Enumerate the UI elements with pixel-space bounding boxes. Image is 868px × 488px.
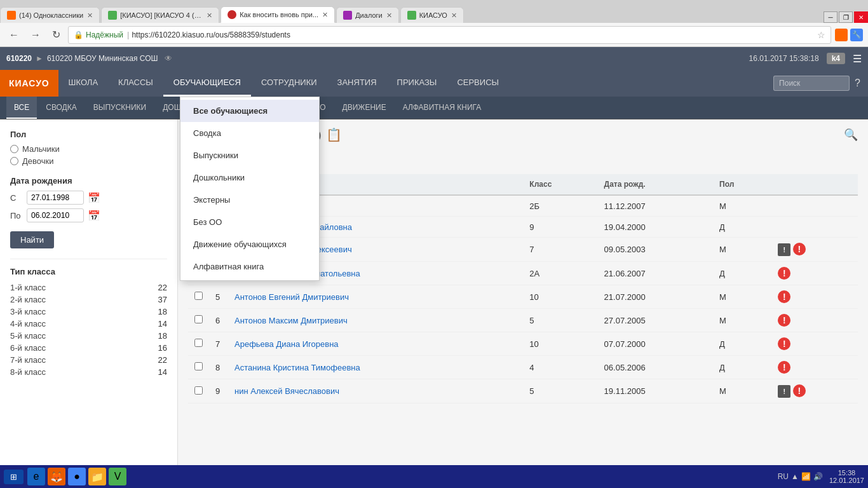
tab-close-5[interactable]: ✕ bbox=[451, 11, 457, 20]
dropdown-item-summary[interactable]: Сводка bbox=[180, 122, 319, 144]
tab-label-2: [КИАСУО] [КИАСУО 4 (c... bbox=[120, 11, 203, 19]
help-icon[interactable]: ? bbox=[855, 78, 860, 89]
row-checkbox[interactable] bbox=[194, 339, 203, 347]
dropdown-item-all[interactable]: Все обучающиеся bbox=[180, 100, 319, 122]
app-icon[interactable]: V bbox=[109, 468, 126, 485]
row-icons: ! bbox=[771, 332, 858, 356]
minimize-button[interactable]: ─ bbox=[824, 11, 837, 23]
ie-icon[interactable]: e bbox=[27, 468, 45, 485]
row-name[interactable]: Антонов Евгений Дмитриевич bbox=[228, 285, 523, 309]
browser-tab-4[interactable]: Диалоги ✕ bbox=[336, 7, 399, 23]
bookmark-icon[interactable]: ☆ bbox=[817, 30, 825, 40]
row-gender: Д bbox=[713, 262, 771, 285]
row-gender: М bbox=[713, 379, 771, 403]
gender-male-radio[interactable] bbox=[10, 145, 18, 153]
nav-item-students[interactable]: ОБУЧАЮЩИЕСЯ bbox=[163, 70, 251, 97]
find-button[interactable]: Найти bbox=[10, 231, 54, 248]
sub-nav-summary[interactable]: СВОДКА bbox=[38, 97, 84, 119]
row-checkbox[interactable] bbox=[194, 362, 203, 370]
col-gender: Пол bbox=[713, 174, 771, 195]
eye-icon[interactable]: 👁 bbox=[165, 54, 172, 63]
nav-item-services[interactable]: СЕРВИСЫ bbox=[447, 70, 509, 97]
tab-close-3[interactable]: ✕ bbox=[322, 11, 328, 19]
hamburger-icon[interactable]: ☰ bbox=[853, 53, 862, 65]
row-name[interactable]: Арефьева Диана Игоревна bbox=[228, 332, 523, 356]
address-bar[interactable]: 🔒 Надёжный | https://610220.kiasuo.ru/ou… bbox=[68, 26, 831, 44]
dropdown-item-graduates[interactable]: Выпускники bbox=[180, 144, 319, 166]
arrow-up-icon: ▲ bbox=[791, 472, 799, 481]
row-icons: ! bbox=[771, 285, 858, 309]
row-checkbox[interactable] bbox=[194, 292, 203, 300]
dropdown-item-external[interactable]: Экстерны bbox=[180, 189, 319, 211]
sub-nav-graduates[interactable]: ВЫПУСКНИКИ bbox=[86, 97, 154, 119]
class-type-5: 5-й класс 18 bbox=[10, 330, 167, 342]
nav-item-orders[interactable]: ПРИКАЗЫ bbox=[387, 70, 447, 97]
table-row: 6 Антонов Максим Дмитриевич 5 27.07.2005… bbox=[188, 309, 858, 332]
folder-icon[interactable]: 📁 bbox=[88, 468, 106, 485]
row-checkbox-cell bbox=[188, 379, 209, 403]
ext-icon-1[interactable] bbox=[835, 29, 848, 41]
dropdown-item-alpha[interactable]: Алфавитная книга bbox=[180, 255, 319, 278]
ext-icon-2[interactable]: 🔧 bbox=[850, 29, 863, 41]
class-type-6: 6-й класс 16 bbox=[10, 342, 167, 354]
start-button[interactable]: ⊞ bbox=[4, 470, 24, 484]
gender-label: Пол bbox=[10, 130, 167, 139]
gender-female-option[interactable]: Девочки bbox=[10, 156, 167, 166]
browser-tab-3[interactable]: Как вносить вновь при... ✕ bbox=[220, 6, 335, 23]
date-from-row: С 📅 bbox=[10, 191, 167, 205]
export-sheet-icon[interactable]: 📋 bbox=[326, 127, 342, 142]
row-name[interactable]: Астанина Кристина Тимофеевна bbox=[228, 356, 523, 379]
back-button[interactable]: ← bbox=[5, 28, 23, 42]
secure-icon: 🔒 bbox=[74, 30, 83, 39]
row-num: 5 bbox=[209, 285, 228, 309]
row-name[interactable]: нин Алексей Вячеславович bbox=[228, 379, 523, 403]
birthdate-label: Дата рождения bbox=[10, 176, 167, 186]
tab-close-2[interactable]: ✕ bbox=[207, 11, 212, 20]
sub-nav-movement[interactable]: ДВИЖЕНИЕ bbox=[335, 97, 394, 119]
nav-search: ? bbox=[773, 76, 868, 91]
sub-nav-all[interactable]: ВСЕ bbox=[6, 97, 37, 119]
row-birthdate: 21.06.2007 bbox=[598, 262, 713, 285]
tab-close-4[interactable]: ✕ bbox=[386, 11, 392, 20]
gender-female-radio[interactable] bbox=[10, 157, 18, 165]
refresh-button[interactable]: ↻ bbox=[48, 27, 64, 42]
date-to-label: По bbox=[10, 211, 23, 220]
dropdown-item-preschool[interactable]: Дошкольники bbox=[180, 166, 319, 189]
firefox-icon[interactable]: 🦊 bbox=[48, 468, 65, 485]
calendar-to-icon[interactable]: 📅 bbox=[88, 210, 100, 222]
nav-item-staff[interactable]: СОТРУДНИКИ bbox=[251, 70, 327, 97]
table-row: 8 Астанина Кристина Тимофеевна 4 06.05.2… bbox=[188, 356, 858, 379]
row-name[interactable]: Антонов Максим Дмитриевич bbox=[228, 309, 523, 332]
browser-tab-2[interactable]: [КИАСУО] [КИАСУО 4 (c... ✕ bbox=[101, 7, 219, 23]
chrome-icon[interactable]: ● bbox=[68, 468, 86, 485]
browser-tab-1[interactable]: (14) Одноклассники ✕ bbox=[0, 7, 100, 23]
dropdown-item-no-org[interactable]: Без ОО bbox=[180, 211, 319, 233]
browser-tab-5[interactable]: КИАСУО ✕ bbox=[400, 7, 464, 23]
row-gender: Д bbox=[713, 356, 771, 379]
date-to-input[interactable] bbox=[27, 208, 84, 222]
row-checkbox-cell bbox=[188, 285, 209, 309]
nav-item-school[interactable]: ШКОЛА bbox=[58, 70, 109, 97]
org-code: 610220 bbox=[6, 54, 32, 63]
dropdown-item-movement[interactable]: Движение обучающихся bbox=[180, 233, 319, 255]
nav-items: ШКОЛА КЛАССЫ ОБУЧАЮЩИЕСЯ СОТРУДНИКИ ЗАНЯ… bbox=[58, 70, 510, 97]
search-input[interactable] bbox=[773, 76, 850, 91]
nav-item-classes[interactable]: КЛАССЫ bbox=[108, 70, 163, 97]
taskbar-icons: e 🦊 ● 📁 V bbox=[27, 468, 126, 485]
restore-button[interactable]: ❐ bbox=[839, 11, 853, 23]
calendar-from-icon[interactable]: 📅 bbox=[88, 192, 100, 204]
sub-nav-alpha[interactable]: АЛФАВИТНАЯ КНИГА bbox=[395, 97, 489, 119]
nav-item-lessons[interactable]: ЗАНЯТИЯ bbox=[327, 70, 387, 97]
row-checkbox[interactable] bbox=[194, 386, 203, 395]
date-from-input[interactable] bbox=[27, 191, 84, 205]
row-checkbox[interactable] bbox=[194, 315, 203, 323]
window-controls: ─ ❐ ✕ bbox=[824, 11, 868, 23]
nav-brand[interactable]: КИАСУО bbox=[0, 70, 58, 97]
row-checkbox-cell bbox=[188, 356, 209, 379]
gender-male-option[interactable]: Мальчики bbox=[10, 144, 167, 154]
search-icon[interactable]: 🔍 bbox=[844, 128, 858, 142]
row-num: 8 bbox=[209, 356, 228, 379]
close-button[interactable]: ✕ bbox=[854, 11, 868, 23]
forward-button[interactable]: → bbox=[27, 28, 44, 42]
tab-close-1[interactable]: ✕ bbox=[87, 11, 93, 20]
